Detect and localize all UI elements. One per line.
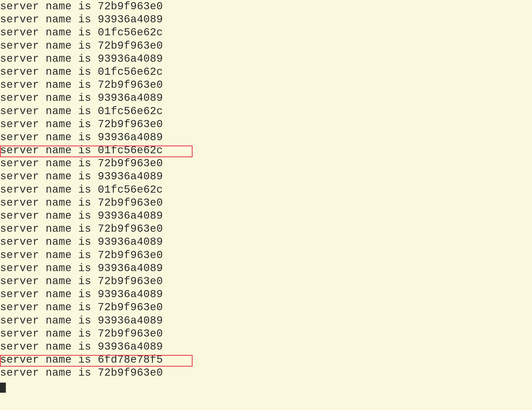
terminal-line: server name is 93936a4089 (0, 340, 532, 353)
terminal-line: server name is 72b9f963e0 (0, 39, 532, 52)
terminal-line: server name is 93936a4089 (0, 52, 532, 65)
terminal-line: server name is 72b9f963e0 (0, 249, 532, 262)
terminal-line: server name is 01fc56e62c (0, 183, 532, 196)
terminal-line: server name is 93936a4089 (0, 13, 532, 26)
terminal-line: server name is 93936a4089 (0, 131, 532, 144)
terminal-line: server name is 72b9f963e0 (0, 196, 532, 209)
terminal-line: server name is 72b9f963e0 (0, 118, 532, 131)
terminal-line: server name is 01fc56e62c (0, 105, 532, 118)
terminal-line: server name is 01fc56e62c (0, 144, 532, 157)
terminal-line: server name is 93936a4089 (0, 235, 532, 249)
terminal-line: server name is 93936a4089 (0, 314, 532, 327)
terminal-line: server name is 72b9f963e0 (0, 327, 532, 340)
terminal-line: server name is 93936a4089 (0, 92, 532, 105)
terminal-line: server name is 93936a4089 (0, 170, 532, 183)
terminal-line: server name is 01fc56e62c (0, 65, 532, 78)
terminal-line: server name is 72b9f963e0 (0, 222, 532, 235)
terminal-line: server name is 01fc56e62c (0, 26, 532, 39)
terminal-line: server name is 93936a4089 (0, 288, 532, 301)
terminal-output[interactable]: server name is 72b9f963e0server name is … (0, 0, 532, 393)
terminal-cursor (0, 383, 6, 393)
terminal-line: server name is 93936a4089 (0, 209, 532, 222)
terminal-line: server name is 72b9f963e0 (0, 0, 532, 13)
terminal-line: server name is 72b9f963e0 (0, 157, 532, 170)
terminal-line: server name is 72b9f963e0 (0, 366, 532, 379)
terminal-line: server name is 93936a4089 (0, 262, 532, 275)
terminal-line: server name is 72b9f963e0 (0, 78, 532, 92)
cursor-line (0, 379, 532, 392)
terminal-line: server name is 72b9f963e0 (0, 301, 532, 314)
terminal-line: server name is 6fd78e78f5 (0, 353, 532, 366)
terminal-line: server name is 72b9f963e0 (0, 275, 532, 288)
